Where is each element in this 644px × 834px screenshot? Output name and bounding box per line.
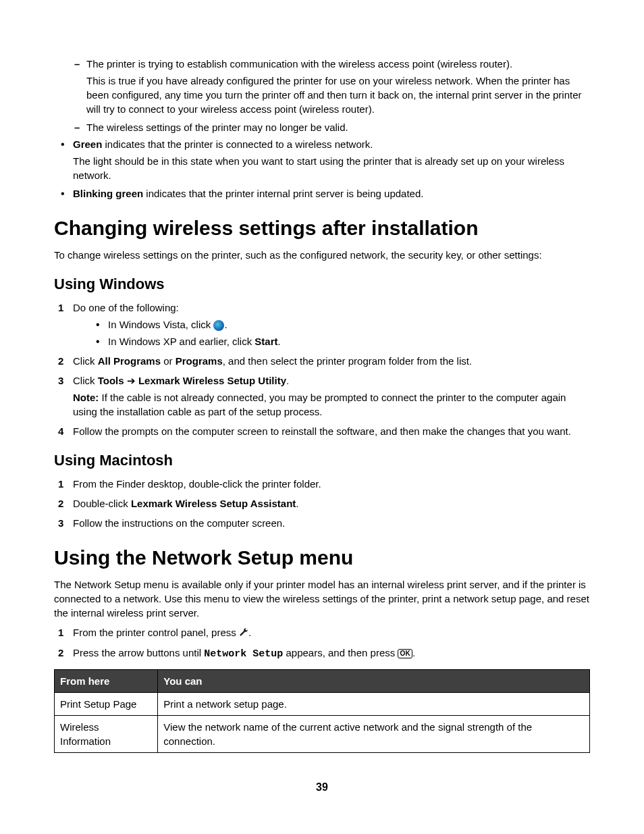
dash-text: The wireless settings of the printer may… (86, 122, 348, 133)
table-header-from: From here (55, 670, 158, 693)
bold: Programs (176, 355, 223, 367)
bold: All Programs (98, 355, 161, 367)
dash-text: The printer is trying to establish commu… (86, 58, 512, 70)
text: appears, and then press (283, 647, 398, 658)
win-sub-xp: In Windows XP and earlier, click Start. (108, 334, 590, 348)
network-menu-table: From here You can Print Setup Page Print… (54, 669, 590, 753)
dash-item: The wireless settings of the printer may… (86, 120, 590, 134)
network-intro: The Network Setup menu is available only… (54, 577, 590, 620)
note-label: Note: (73, 392, 99, 403)
text: Press the arrow buttons until (73, 647, 204, 658)
ok-button-icon: OK (398, 649, 412, 658)
heading-changing: Changing wireless settings after install… (54, 214, 590, 242)
bullet-item-blinking: Blinking green indicates that the printe… (73, 186, 590, 201)
text: From the printer control panel, press (73, 627, 239, 638)
table-row: Print Setup Page Print a network setup p… (55, 693, 590, 716)
changing-intro: To change wireless settings on the print… (54, 248, 590, 262)
bullet-bold: Green (73, 138, 102, 150)
text: In Windows Vista, click (108, 319, 213, 330)
bullet-bold: Blinking green (73, 188, 143, 199)
win-step-1: Do one of the following: In Windows Vist… (73, 301, 590, 348)
text: Click (73, 355, 98, 367)
text: . (224, 319, 227, 330)
win-sub-vista: In Windows Vista, click . (108, 317, 590, 332)
table-cell: Print a network setup page. (158, 693, 590, 716)
bold: Tools (98, 375, 124, 386)
text: . (248, 627, 251, 638)
net-step-1: From the printer control panel, press . (73, 625, 590, 641)
text: . (286, 375, 289, 386)
heading-macintosh: Using Macintosh (54, 450, 590, 471)
wrench-icon (239, 626, 248, 640)
mono-text: Network Setup (204, 648, 283, 660)
mac-steps: From the Finder desktop, double-click th… (54, 477, 590, 530)
table-cell: View the network name of the current act… (158, 716, 590, 753)
text: , and then select the printer program fo… (223, 355, 472, 367)
heading-windows: Using Windows (54, 274, 590, 295)
windows-steps: Do one of the following: In Windows Vist… (54, 301, 590, 438)
heading-network: Using the Network Setup menu (54, 544, 590, 572)
bullet-item-green: Green indicates that the printer is conn… (73, 137, 590, 182)
text: . (296, 498, 298, 509)
bold: Lexmark Wireless Setup Assistant (131, 498, 296, 509)
net-step-2: Press the arrow buttons until Network Se… (73, 646, 590, 661)
bullet-rest: indicates that the printer is connected … (102, 138, 373, 150)
table-cell: Print Setup Page (55, 693, 158, 716)
mac-step-3: Follow the instructions on the computer … (73, 516, 590, 530)
table-cell: Wireless Information (55, 716, 158, 753)
vista-start-icon (213, 320, 224, 331)
bullet-rest: indicates that the printer internal prin… (143, 188, 423, 199)
text: . (278, 336, 281, 347)
win-sub-list: In Windows Vista, click . In Windows XP … (73, 317, 590, 348)
text: . (412, 647, 415, 658)
win-step-4: Follow the prompts on the computer scree… (73, 424, 590, 438)
win-note: Note: If the cable is not already connec… (73, 390, 590, 419)
dash-list: The printer is trying to establish commu… (54, 57, 590, 134)
bullet-list: Green indicates that the printer is conn… (54, 137, 590, 201)
text: From the Finder desktop, double-click th… (73, 478, 321, 490)
text: Click (73, 375, 98, 386)
bold: Start (254, 336, 277, 347)
text: Follow the instructions on the computer … (73, 517, 285, 529)
text: Double-click (73, 498, 131, 509)
page-number: 39 (54, 780, 590, 795)
arrow-icon: ➔ (124, 375, 138, 386)
note-text: If the cable is not already connected, y… (73, 392, 566, 417)
step-text: Follow the prompts on the computer scree… (73, 425, 571, 437)
step-text: Do one of the following: (73, 302, 179, 313)
mac-step-1: From the Finder desktop, double-click th… (73, 477, 590, 491)
table-row: Wireless Information View the network na… (55, 716, 590, 753)
text: or (161, 355, 176, 367)
mac-step-2: Double-click Lexmark Wireless Setup Assi… (73, 496, 590, 511)
text: In Windows XP and earlier, click (108, 336, 254, 347)
bold: Lexmark Wireless Setup Utility (138, 375, 286, 386)
network-steps: From the printer control panel, press . … (54, 625, 590, 662)
win-step-2: Click All Programs or Programs, and then… (73, 354, 590, 368)
table-header-youcan: You can (158, 670, 590, 693)
dash-para: This is true if you have already configu… (86, 74, 590, 116)
win-step-3: Click Tools ➔ Lexmark Wireless Setup Uti… (73, 373, 590, 419)
bullet-para: The light should be in this state when y… (73, 154, 590, 182)
dash-item: The printer is trying to establish commu… (86, 57, 590, 116)
